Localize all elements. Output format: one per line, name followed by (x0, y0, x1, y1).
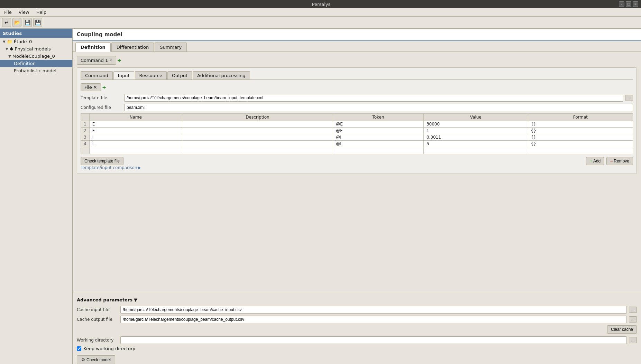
table-row: 1 E @E 30000 {} (81, 121, 633, 128)
variables-table: Name Description Token Value Format 1 E … (81, 113, 633, 154)
template-file-row: Template file ... (81, 94, 633, 102)
save-as-btn[interactable]: 💾 (33, 18, 42, 27)
row-token[interactable]: @E (333, 121, 424, 128)
menu-view[interactable]: View (16, 9, 32, 16)
row-name[interactable]: L (89, 141, 182, 147)
row-value[interactable]: 0.0011 (423, 134, 528, 141)
cache-output-field[interactable] (120, 316, 627, 323)
sub-tabs-bar: Command Input Ressource Output Additiona… (81, 71, 633, 80)
content-area: Coupling model Definition Differentiatio… (73, 29, 641, 364)
cmd-tab-1[interactable]: Command 1 ✕ (77, 56, 116, 65)
row-format[interactable]: {} (528, 134, 633, 141)
menubar: File View Help (0, 8, 641, 17)
row-format[interactable]: {} (528, 141, 633, 147)
content-panel: Command 1 ✕ + Command Input Ressource Ou… (73, 52, 641, 289)
row-name[interactable]: E (89, 121, 182, 128)
file-tab-close[interactable]: ✕ (93, 85, 97, 90)
row-value[interactable]: 5 (423, 141, 528, 147)
add-variable-btn[interactable]: Add (586, 157, 604, 165)
row-token[interactable]: @L (333, 141, 424, 147)
check-model-label: Check model (86, 357, 111, 362)
sub-tab-command[interactable]: Command (81, 71, 113, 80)
menu-file[interactable]: File (1, 9, 15, 16)
row-token[interactable]: @I (333, 134, 424, 141)
row-value[interactable]: 30000 (423, 121, 528, 128)
row-description[interactable] (182, 141, 333, 147)
sidebar-item-definition[interactable]: Definition (0, 60, 72, 67)
sidebar-item-probmodel[interactable]: Probabilistic model (0, 67, 72, 74)
file-tab-1[interactable]: File ✕ (81, 83, 101, 91)
working-dir-browse[interactable]: ... (629, 337, 637, 343)
row-name[interactable]: I (89, 134, 182, 141)
cmd-tab-close[interactable]: ✕ (109, 58, 112, 62)
sub-tab-input[interactable]: Input (113, 71, 134, 80)
col-format: Format (528, 114, 633, 121)
row-format[interactable]: {} (528, 121, 633, 128)
cache-input-field[interactable] (120, 306, 627, 314)
row-format[interactable]: {} (528, 128, 633, 134)
save-btn[interactable]: 💾 (23, 18, 32, 27)
sidebar-header: Studies (0, 29, 72, 38)
keep-working-dir-checkbox[interactable] (77, 346, 81, 351)
col-description: Description (182, 114, 333, 121)
col-value: Value (423, 114, 528, 121)
cache-input-browse[interactable]: ... (629, 307, 637, 313)
maximize-btn[interactable]: □ (626, 1, 631, 7)
sub-tab-additional[interactable]: Additional processing (193, 71, 250, 80)
check-template-btn[interactable]: Check template file (81, 157, 123, 165)
cache-output-browse[interactable]: ... (629, 316, 637, 323)
modele-label: ModèleCouplage_0 (12, 54, 55, 59)
configured-file-label: Configured file (81, 105, 122, 110)
template-file-input[interactable] (124, 94, 623, 102)
table-empty-row (81, 147, 633, 154)
sidebar-item-physmodels[interactable]: ▼ ✱ Physical models (0, 45, 72, 53)
minimize-btn[interactable]: – (619, 1, 624, 7)
sidebar-item-etude[interactable]: ▼ 📁 Étude_0 (0, 38, 72, 45)
tab-summary[interactable]: Summary (155, 43, 187, 52)
keep-working-dir-label: Keep working directory (83, 346, 135, 351)
tab-definition[interactable]: Definition (75, 43, 111, 52)
menu-help[interactable]: Help (34, 9, 49, 16)
undo-btn[interactable]: ↩ (2, 18, 11, 27)
close-btn[interactable]: ✕ (633, 1, 638, 7)
comparison-link[interactable]: Template/input comparison ▶ (81, 165, 633, 170)
sidebar: Studies ▼ 📁 Étude_0 ▼ ✱ Physical models … (0, 29, 73, 364)
check-model-btn[interactable]: Check model (77, 355, 115, 364)
row-token[interactable]: @F (333, 128, 424, 134)
table-actions-row: Check template file Add Remove (81, 157, 633, 165)
sub-tab-ressource[interactable]: Ressource (135, 71, 167, 80)
row-description[interactable] (182, 134, 333, 141)
working-dir-label: Working directory (77, 338, 118, 343)
row-description[interactable] (182, 121, 333, 128)
template-file-label: Template file (81, 95, 122, 100)
row-name[interactable]: F (89, 128, 182, 134)
add-file-btn[interactable]: + (102, 84, 106, 91)
main-tabs-bar: Definition Differentiation Summary (73, 41, 641, 52)
tab-differentiation[interactable]: Differentiation (111, 43, 154, 52)
page-header: Coupling model (73, 29, 641, 41)
sidebar-item-modelecouplage[interactable]: ▼ ModèleCouplage_0 (0, 53, 72, 60)
probmodel-label: Probabilistic model (14, 68, 56, 73)
open-btn[interactable]: 📂 (12, 18, 21, 27)
working-dir-field[interactable] (120, 336, 627, 344)
advanced-title: Advanced parameters (77, 297, 132, 302)
add-command-btn[interactable]: + (118, 57, 121, 64)
row-num: 3 (81, 134, 90, 141)
file-tabs-bar: File ✕ + (81, 83, 633, 91)
row-description[interactable] (182, 128, 333, 134)
configured-file-input[interactable] (124, 104, 633, 111)
advanced-header[interactable]: Advanced parameters ▼ (77, 297, 637, 302)
row-value[interactable]: 1 (423, 128, 528, 134)
comparison-arrow: ▶ (138, 165, 141, 170)
physmodels-label: Physical models (15, 46, 51, 52)
col-token: Token (333, 114, 424, 121)
template-file-browse[interactable]: ... (625, 95, 633, 101)
comparison-label: Template/input comparison (81, 165, 137, 170)
remove-variable-btn[interactable]: Remove (606, 157, 633, 165)
clear-cache-btn[interactable]: Clear cache (607, 325, 637, 334)
definition-label: Definition (14, 61, 36, 66)
cache-input-row: Cache input file ... (77, 306, 637, 314)
cache-output-label: Cache output file (77, 317, 118, 322)
cmd-tabs-bar: Command 1 ✕ + (77, 56, 637, 65)
sub-tab-output[interactable]: Output (167, 71, 192, 80)
